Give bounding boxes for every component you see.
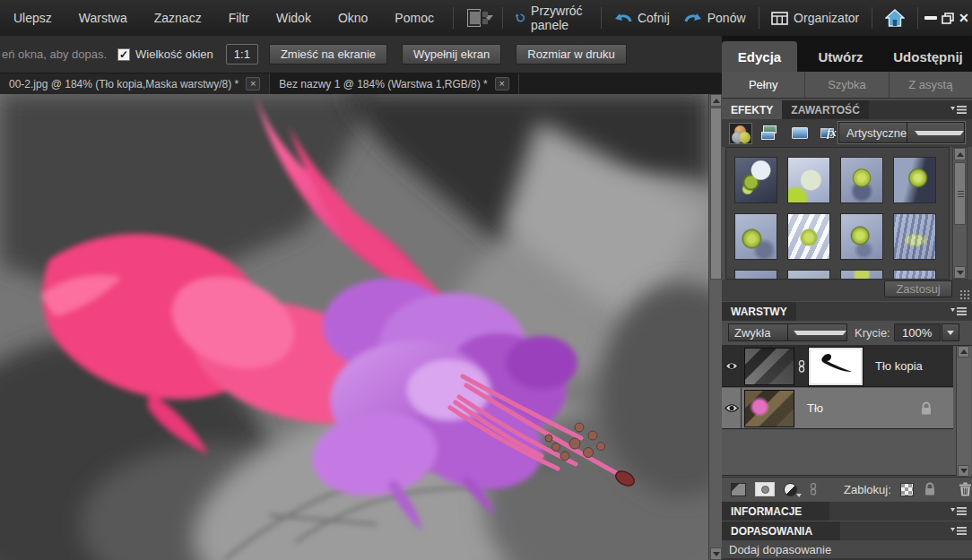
lock-all-icon[interactable] — [923, 482, 937, 496]
fill-screen-button[interactable]: Wypełnij ekran — [402, 44, 501, 65]
effect-thumbnail[interactable] — [840, 270, 883, 280]
scroll-down-button[interactable] — [958, 465, 969, 477]
tab-utworz[interactable]: Utwórz — [797, 41, 884, 72]
scroll-up-button[interactable] — [954, 148, 966, 160]
tool-hint-text: eń okna, aby dopas. — [0, 47, 107, 61]
effect-thumbnail[interactable] — [893, 213, 936, 260]
effect-thumbnail[interactable] — [734, 213, 777, 260]
undo-button[interactable]: Cofnij — [607, 11, 677, 25]
scroll-down-button[interactable] — [710, 547, 722, 560]
select-arrow-button[interactable] — [907, 123, 964, 142]
match-zoom-checkbox[interactable]: ✓ — [117, 48, 130, 61]
adjustment-layer-icon[interactable] — [784, 483, 797, 496]
select-arrow-button[interactable] — [787, 324, 846, 340]
tab-edycja[interactable]: Edycja — [722, 41, 797, 72]
canvas-image[interactable] — [0, 94, 708, 560]
fit-screen-button[interactable]: Zmieść na ekranie — [269, 44, 387, 65]
effect-thumbnail[interactable] — [840, 157, 883, 203]
scroll-down-button[interactable] — [954, 266, 966, 279]
effect-thumbnail[interactable] — [893, 270, 936, 280]
menu-ulepsz[interactable]: Ulepsz — [0, 0, 65, 36]
mode-pelny[interactable]: Pełny — [722, 72, 805, 98]
menu-filtr[interactable]: Filtr — [215, 0, 263, 36]
menu-zaznacz[interactable]: Zaznacz — [141, 0, 215, 36]
opacity-dropdown-button[interactable] — [942, 323, 959, 341]
menu-okno[interactable]: Okno — [325, 0, 381, 36]
panel-menu-icon[interactable] — [950, 526, 967, 536]
fx-glyph: fx — [827, 125, 837, 140]
layout-icon[interactable] — [467, 9, 481, 27]
effect-thumbnail[interactable] — [840, 213, 883, 260]
effects-footer: Zastosuj — [722, 280, 972, 301]
effect-thumbnail[interactable] — [734, 157, 777, 203]
redo-label: Ponów — [707, 11, 746, 25]
blend-mode-select[interactable]: Zwykła — [728, 323, 847, 341]
layer-row-tlo-kopia[interactable]: Tło kopia — [722, 346, 953, 387]
effect-thumbnail[interactable] — [787, 157, 830, 203]
layer-thumbnail[interactable] — [744, 348, 794, 385]
apply-button[interactable]: Zastosuj — [884, 280, 952, 297]
effects-scrollbar-thumb[interactable] — [954, 162, 966, 225]
menu-pomoc[interactable]: Pomoc — [381, 0, 447, 36]
tab-informacje[interactable]: INFORMACJE — [722, 502, 829, 521]
menu-warstwa[interactable]: Warstwa — [65, 0, 141, 36]
actual-pixels-button[interactable]: 1:1 — [226, 44, 258, 65]
canvas-scrollbar-thumb[interactable] — [710, 108, 722, 280]
menu-bar: Ulepsz Warstwa Zaznacz Filtr Widok Okno … — [0, 0, 972, 36]
panel-menu-icon[interactable] — [950, 506, 967, 516]
mode-szybka[interactable]: Szybka — [805, 72, 889, 98]
effect-thumbnail[interactable] — [734, 270, 777, 280]
mode-z-asysta[interactable]: Z asystą — [890, 72, 972, 98]
menu-widok[interactable]: Widok — [263, 0, 325, 36]
scroll-up-button[interactable] — [710, 94, 722, 107]
document-tab-2-close-icon[interactable]: × — [495, 77, 509, 90]
add-mask-icon[interactable] — [755, 482, 775, 496]
effect-thumbnail[interactable] — [893, 157, 936, 203]
effects-category-value: Artystyczne — [839, 126, 907, 140]
scroll-up-button[interactable] — [958, 346, 969, 358]
panel-menu-icon[interactable] — [950, 306, 967, 316]
tab-zawartosc[interactable]: ZAWARTOŚĆ — [782, 100, 868, 119]
add-adjustment-button[interactable]: Dodaj dopasowanie — [722, 540, 972, 558]
effects-category-select[interactable]: Artystyczne — [838, 122, 965, 143]
close-button[interactable]: ✕ — [956, 6, 972, 30]
panel-menu-icon[interactable] — [950, 105, 967, 115]
delete-layer-icon[interactable] — [959, 482, 972, 496]
photo-effects-category-button[interactable] — [788, 123, 811, 144]
layers-scrollbar[interactable] — [956, 346, 971, 477]
lock-transparency-icon[interactable] — [900, 483, 914, 496]
tab-dopasowania[interactable]: DOPASOWANIA — [722, 521, 840, 540]
print-size-button[interactable]: Rozmiar w druku — [516, 44, 627, 65]
filters-category-button[interactable] — [729, 123, 752, 144]
redo-button[interactable]: Ponów — [677, 11, 753, 25]
mask-link-icon[interactable] — [796, 360, 807, 373]
layer-thumbnail[interactable] — [744, 390, 794, 427]
tab-udostepnij[interactable]: Udostępnij — [884, 41, 972, 72]
layer-name: Tło kopia — [875, 359, 923, 373]
tab-efekty[interactable]: EFEKTY — [722, 100, 782, 119]
tab-warstwy[interactable]: WARSTWY — [722, 302, 796, 321]
home-button[interactable] — [878, 9, 912, 27]
effect-thumbnail[interactable] — [787, 213, 830, 260]
divider — [759, 7, 759, 29]
effects-scrollbar[interactable] — [952, 147, 968, 280]
visibility-toggle[interactable] — [722, 346, 742, 387]
visibility-toggle[interactable] — [722, 388, 742, 429]
minimize-button[interactable] — [923, 6, 939, 30]
organizer-icon — [771, 12, 788, 25]
new-layer-icon[interactable] — [731, 483, 746, 496]
effect-thumbnail[interactable] — [787, 270, 830, 280]
panel-resize-grip[interactable] — [959, 289, 970, 300]
reset-panels-button[interactable]: Przywróć panele — [508, 4, 596, 32]
document-tab-1-close-icon[interactable]: × — [246, 77, 260, 90]
link-layers-icon[interactable] — [808, 483, 819, 495]
layer-styles-category-button[interactable] — [759, 123, 782, 144]
organizer-button[interactable]: Organizator — [764, 11, 866, 25]
canvas-vertical-scrollbar[interactable] — [708, 94, 722, 560]
layer-mask-thumbnail[interactable] — [809, 348, 863, 385]
layer-row-tlo[interactable]: Tło — [722, 388, 953, 429]
document-tab-1[interactable]: 00-2.jpg @ 184% (Tło kopia,Maska warstwy… — [0, 73, 270, 94]
document-tab-2[interactable]: Bez nazwy 1 @ 184% (Warstwa 1,RGB/8) * × — [270, 73, 518, 94]
opacity-input[interactable]: 100% — [894, 323, 941, 341]
restore-button[interactable] — [940, 6, 956, 30]
